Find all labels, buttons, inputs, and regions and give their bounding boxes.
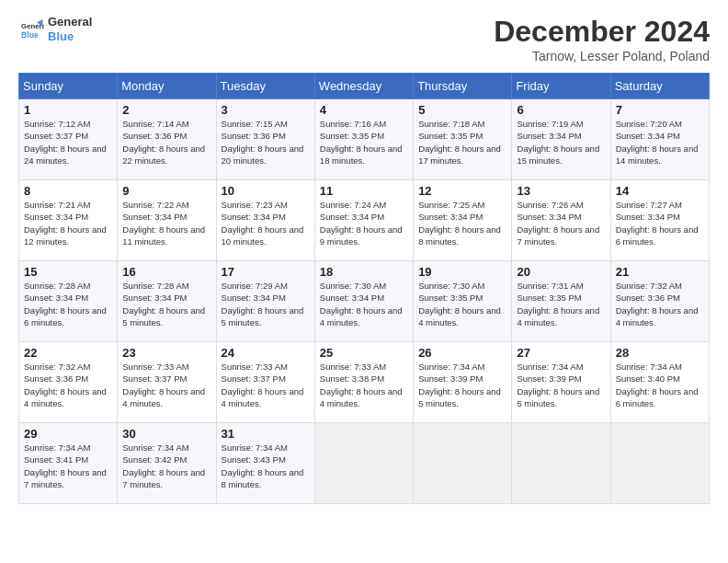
calendar-cell: 13Sunrise: 7:26 AMSunset: 3:34 PMDayligh… (512, 180, 610, 261)
calendar-week-row: 15Sunrise: 7:28 AMSunset: 3:34 PMDayligh… (19, 261, 710, 342)
day-number: 25 (320, 346, 408, 360)
month-title: December 2024 (494, 15, 710, 49)
day-number: 7 (616, 103, 704, 117)
svg-text:Blue: Blue (21, 29, 39, 39)
day-of-week-header: Monday (118, 74, 216, 99)
calendar-cell (414, 423, 512, 504)
day-number: 29 (24, 427, 112, 441)
day-number: 2 (122, 103, 210, 117)
calendar-cell: 1Sunrise: 7:12 AMSunset: 3:37 PMDaylight… (19, 99, 118, 180)
day-info: Sunrise: 7:12 AMSunset: 3:37 PMDaylight:… (24, 118, 112, 167)
day-info: Sunrise: 7:33 AMSunset: 3:38 PMDaylight:… (320, 361, 408, 409)
day-info: Sunrise: 7:34 AMSunset: 3:41 PMDaylight:… (24, 442, 112, 490)
page: General Blue General Blue December 2024 … (0, 0, 728, 563)
day-info: Sunrise: 7:15 AMSunset: 3:36 PMDaylight:… (222, 118, 310, 167)
day-number: 24 (222, 346, 310, 360)
calendar-week-row: 1Sunrise: 7:12 AMSunset: 3:37 PMDaylight… (19, 99, 710, 180)
calendar-cell: 7Sunrise: 7:20 AMSunset: 3:34 PMDaylight… (610, 99, 709, 180)
day-info: Sunrise: 7:34 AMSunset: 3:39 PMDaylight:… (418, 361, 506, 409)
day-number: 27 (517, 346, 605, 360)
calendar-cell: 9Sunrise: 7:22 AMSunset: 3:34 PMDaylight… (118, 180, 216, 261)
day-of-week-header: Saturday (610, 74, 709, 99)
logo-icon: General Blue (18, 17, 44, 42)
calendar-cell: 20Sunrise: 7:31 AMSunset: 3:35 PMDayligh… (512, 261, 610, 342)
day-number: 16 (122, 265, 210, 279)
calendar-body: 1Sunrise: 7:12 AMSunset: 3:37 PMDaylight… (19, 99, 710, 504)
day-info: Sunrise: 7:30 AMSunset: 3:35 PMDaylight:… (418, 280, 506, 328)
calendar-cell: 2Sunrise: 7:14 AMSunset: 3:36 PMDaylight… (118, 99, 216, 180)
day-number: 12 (418, 184, 506, 198)
day-number: 14 (616, 184, 704, 198)
day-header-row: SundayMondayTuesdayWednesdayThursdayFrid… (19, 74, 710, 99)
calendar-cell: 14Sunrise: 7:27 AMSunset: 3:34 PMDayligh… (610, 180, 709, 261)
calendar-header: SundayMondayTuesdayWednesdayThursdayFrid… (19, 74, 710, 99)
calendar-cell: 5Sunrise: 7:18 AMSunset: 3:35 PMDaylight… (414, 99, 512, 180)
day-number: 22 (24, 346, 112, 360)
day-info: Sunrise: 7:24 AMSunset: 3:34 PMDaylight:… (320, 199, 408, 247)
calendar-cell: 26Sunrise: 7:34 AMSunset: 3:39 PMDayligh… (414, 342, 512, 423)
calendar-week-row: 22Sunrise: 7:32 AMSunset: 3:36 PMDayligh… (19, 342, 710, 423)
calendar-cell: 28Sunrise: 7:34 AMSunset: 3:40 PMDayligh… (610, 342, 709, 423)
day-number: 31 (222, 427, 310, 441)
calendar-table: SundayMondayTuesdayWednesdayThursdayFrid… (18, 73, 710, 504)
calendar-cell: 27Sunrise: 7:34 AMSunset: 3:39 PMDayligh… (512, 342, 610, 423)
calendar-cell: 24Sunrise: 7:33 AMSunset: 3:37 PMDayligh… (216, 342, 314, 423)
day-number: 11 (320, 184, 408, 198)
day-number: 15 (24, 265, 112, 279)
day-number: 19 (418, 265, 506, 279)
day-number: 3 (222, 103, 310, 117)
day-number: 8 (24, 184, 112, 198)
day-info: Sunrise: 7:34 AMSunset: 3:42 PMDaylight:… (122, 442, 210, 490)
day-info: Sunrise: 7:28 AMSunset: 3:34 PMDaylight:… (122, 280, 210, 328)
day-number: 20 (517, 265, 605, 279)
day-number: 23 (122, 346, 210, 360)
day-number: 21 (616, 265, 704, 279)
day-info: Sunrise: 7:31 AMSunset: 3:35 PMDaylight:… (517, 280, 605, 328)
calendar-cell: 30Sunrise: 7:34 AMSunset: 3:42 PMDayligh… (118, 423, 216, 504)
calendar-cell: 15Sunrise: 7:28 AMSunset: 3:34 PMDayligh… (19, 261, 118, 342)
calendar-cell: 25Sunrise: 7:33 AMSunset: 3:38 PMDayligh… (314, 342, 413, 423)
day-number: 17 (222, 265, 310, 279)
day-info: Sunrise: 7:19 AMSunset: 3:34 PMDaylight:… (517, 118, 605, 167)
title-area: December 2024 Tarnow, Lesser Poland, Pol… (494, 15, 710, 63)
day-info: Sunrise: 7:28 AMSunset: 3:34 PMDaylight:… (24, 280, 112, 328)
day-number: 5 (418, 103, 506, 117)
day-info: Sunrise: 7:25 AMSunset: 3:34 PMDaylight:… (418, 199, 506, 247)
calendar-cell: 18Sunrise: 7:30 AMSunset: 3:34 PMDayligh… (314, 261, 413, 342)
day-number: 13 (517, 184, 605, 198)
header: General Blue General Blue December 2024 … (18, 15, 710, 63)
day-of-week-header: Tuesday (216, 74, 314, 99)
day-number: 26 (418, 346, 506, 360)
calendar-cell: 4Sunrise: 7:16 AMSunset: 3:35 PMDaylight… (314, 99, 413, 180)
logo: General Blue General Blue (18, 15, 92, 43)
day-number: 6 (517, 103, 605, 117)
day-info: Sunrise: 7:32 AMSunset: 3:36 PMDaylight:… (616, 280, 704, 328)
day-info: Sunrise: 7:16 AMSunset: 3:35 PMDaylight:… (320, 118, 408, 167)
calendar-cell: 8Sunrise: 7:21 AMSunset: 3:34 PMDaylight… (19, 180, 118, 261)
calendar-cell: 6Sunrise: 7:19 AMSunset: 3:34 PMDaylight… (512, 99, 610, 180)
logo-line2: Blue (48, 29, 92, 44)
day-info: Sunrise: 7:30 AMSunset: 3:34 PMDaylight:… (320, 280, 408, 328)
calendar-cell (512, 423, 610, 504)
calendar-cell: 16Sunrise: 7:28 AMSunset: 3:34 PMDayligh… (118, 261, 216, 342)
day-number: 28 (616, 346, 704, 360)
day-of-week-header: Thursday (414, 74, 512, 99)
day-info: Sunrise: 7:26 AMSunset: 3:34 PMDaylight:… (517, 199, 605, 247)
day-info: Sunrise: 7:20 AMSunset: 3:34 PMDaylight:… (616, 118, 704, 167)
day-info: Sunrise: 7:21 AMSunset: 3:34 PMDaylight:… (24, 199, 112, 247)
day-info: Sunrise: 7:33 AMSunset: 3:37 PMDaylight:… (122, 361, 210, 409)
day-of-week-header: Wednesday (314, 74, 413, 99)
calendar-cell: 12Sunrise: 7:25 AMSunset: 3:34 PMDayligh… (414, 180, 512, 261)
calendar-cell: 3Sunrise: 7:15 AMSunset: 3:36 PMDaylight… (216, 99, 314, 180)
calendar-cell: 31Sunrise: 7:34 AMSunset: 3:43 PMDayligh… (216, 423, 314, 504)
calendar-cell: 19Sunrise: 7:30 AMSunset: 3:35 PMDayligh… (414, 261, 512, 342)
day-info: Sunrise: 7:32 AMSunset: 3:36 PMDaylight:… (24, 361, 112, 409)
day-number: 10 (222, 184, 310, 198)
logo-line1: General (48, 15, 92, 29)
location: Tarnow, Lesser Poland, Poland (494, 49, 710, 63)
day-of-week-header: Sunday (19, 74, 118, 99)
day-number: 30 (122, 427, 210, 441)
calendar-week-row: 29Sunrise: 7:34 AMSunset: 3:41 PMDayligh… (19, 423, 710, 504)
day-info: Sunrise: 7:29 AMSunset: 3:34 PMDaylight:… (222, 280, 310, 328)
calendar-week-row: 8Sunrise: 7:21 AMSunset: 3:34 PMDaylight… (19, 180, 710, 261)
